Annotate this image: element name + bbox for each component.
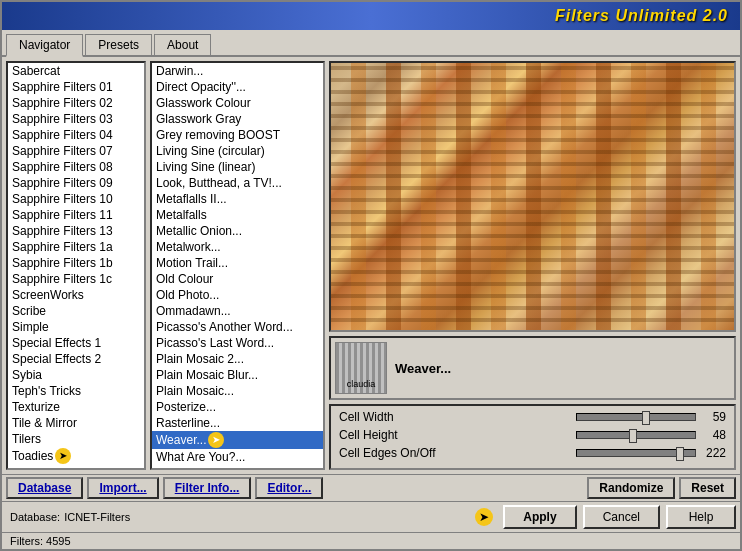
list-item[interactable]: Texturize	[8, 399, 144, 415]
list-item[interactable]: Plain Mosaic...	[152, 383, 323, 399]
list-item[interactable]: Posterize...	[152, 399, 323, 415]
title-bar: Filters Unlimited 2.0	[2, 2, 740, 30]
list-item[interactable]: Grey removing BOOST	[152, 127, 323, 143]
list-item[interactable]: What Are You?...	[152, 449, 323, 465]
item-label: Toadies	[12, 449, 53, 463]
randomize-button[interactable]: Randomize	[587, 477, 675, 499]
celledges-slider[interactable]	[576, 449, 696, 457]
list-item[interactable]: Sapphire Filters 1a	[8, 239, 144, 255]
list-item[interactable]: Ommadawn...	[152, 303, 323, 319]
arrow-icon: ➤	[208, 432, 224, 448]
param-value: 222	[696, 446, 726, 460]
list-item[interactable]: Metalfalls	[152, 207, 323, 223]
filters-count: 4595	[46, 535, 70, 547]
category-list[interactable]: Sabercat Sapphire Filters 01 Sapphire Fi…	[6, 61, 146, 470]
help-button[interactable]: Help	[666, 505, 736, 529]
list-item[interactable]: Sapphire Filters 13	[8, 223, 144, 239]
list-item[interactable]: Metalwork...	[152, 239, 323, 255]
list-item[interactable]: Old Photo...	[152, 287, 323, 303]
list-item[interactable]: Sapphire Filters 01	[8, 79, 144, 95]
list-item[interactable]: Sapphire Filters 03	[8, 111, 144, 127]
list-item[interactable]: Sapphire Filters 1c	[8, 271, 144, 287]
list-item[interactable]: Sapphire Filters 11	[8, 207, 144, 223]
list-item[interactable]: Special Effects 1	[8, 335, 144, 351]
database-button[interactable]: Database	[6, 477, 83, 499]
filter-list[interactable]: Darwin... Direct Opacity''... Glasswork …	[150, 61, 325, 470]
list-item[interactable]: Picasso's Last Word...	[152, 335, 323, 351]
list-item[interactable]: Tile & Mirror	[8, 415, 144, 431]
cellwidth-slider[interactable]	[576, 413, 696, 421]
preview-controls: claudia Weaver...	[329, 336, 736, 400]
tab-presets[interactable]: Presets	[85, 34, 152, 55]
list-item[interactable]: Darwin...	[152, 63, 323, 79]
list-item[interactable]: ScreenWorks	[8, 287, 144, 303]
filterinfo-button[interactable]: Filter Info...	[163, 477, 252, 499]
list-item[interactable]: Scribe	[8, 303, 144, 319]
list-item[interactable]: Old Colour	[152, 271, 323, 287]
list-item[interactable]: Plain Mosaic Blur...	[152, 367, 323, 383]
list-item[interactable]: Sybia	[8, 367, 144, 383]
list-item[interactable]: Special Effects 2	[8, 351, 144, 367]
apply-arrow-icon: ➤	[475, 508, 493, 526]
preview-image	[329, 61, 736, 332]
list-item[interactable]: Glasswork Colour	[152, 95, 323, 111]
list-item[interactable]: Motion Trail...	[152, 255, 323, 271]
list-item-toadies[interactable]: Toadies ➤	[8, 447, 144, 465]
apply-button[interactable]: Apply	[503, 505, 576, 529]
list-item[interactable]: Teph's Tricks	[8, 383, 144, 399]
import-button[interactable]: Import...	[87, 477, 158, 499]
list-item[interactable]: Direct Opacity''...	[152, 79, 323, 95]
list-item[interactable]: Picasso's Another Word...	[152, 319, 323, 335]
list-item[interactable]: Living Sine (circular)	[152, 143, 323, 159]
preview-thumbnail[interactable]: claudia	[335, 342, 387, 394]
list-item[interactable]: Sapphire Filters 07	[8, 143, 144, 159]
list-item[interactable]: Metaflalls II...	[152, 191, 323, 207]
cancel-button[interactable]: Cancel	[583, 505, 660, 529]
list-item[interactable]: Living Sine (linear)	[152, 159, 323, 175]
list-item[interactable]: Sapphire Filters 02	[8, 95, 144, 111]
param-row-cellheight: Cell Height 48	[339, 428, 726, 442]
param-label: Cell Edges On/Off	[339, 446, 576, 460]
param-value: 59	[696, 410, 726, 424]
tab-about[interactable]: About	[154, 34, 211, 55]
bottom-toolbar: Database Import... Filter Info... Editor…	[2, 474, 740, 501]
main-window: Filters Unlimited 2.0 Navigator Presets …	[0, 0, 742, 551]
status-bar: Filters: 4595	[2, 532, 740, 549]
filter-name-display: Weaver...	[395, 361, 451, 376]
reset-button[interactable]: Reset	[679, 477, 736, 499]
list-item[interactable]: Metallic Onion...	[152, 223, 323, 239]
list-item[interactable]: Tilers	[8, 431, 144, 447]
arrow-icon: ➤	[55, 448, 71, 464]
preview-panel: claudia Weaver... Cell Width 59 Cell Hei…	[329, 61, 736, 470]
param-row-celledges: Cell Edges On/Off 222	[339, 446, 726, 460]
db-value: ICNET-Filters	[64, 511, 130, 523]
list-item[interactable]: Sapphire Filters 10	[8, 191, 144, 207]
main-content: Sabercat Sapphire Filters 01 Sapphire Fi…	[2, 57, 740, 474]
list-item[interactable]: Simple	[8, 319, 144, 335]
db-label: Database:	[10, 511, 60, 523]
list-item-weaver[interactable]: Weaver... ➤	[152, 431, 323, 449]
list-item[interactable]: Look, Butthead, a TV!...	[152, 175, 323, 191]
list-item[interactable]: Glasswork Gray	[152, 111, 323, 127]
status-filters-label: Filters: 4595	[10, 535, 71, 547]
item-label: Weaver...	[156, 433, 206, 447]
list-item[interactable]: Sapphire Filters 08	[8, 159, 144, 175]
param-row-cellwidth: Cell Width 59	[339, 410, 726, 424]
param-value: 48	[696, 428, 726, 442]
thumb-label: claudia	[347, 379, 376, 389]
cellheight-slider[interactable]	[576, 431, 696, 439]
editor-button[interactable]: Editor...	[255, 477, 323, 499]
app-title: Filters Unlimited 2.0	[555, 7, 728, 25]
param-label: Cell Width	[339, 410, 576, 424]
list-item[interactable]: Rasterline...	[152, 415, 323, 431]
list-item[interactable]: Sapphire Filters 09	[8, 175, 144, 191]
params-panel: Cell Width 59 Cell Height 48 Cell Edges …	[329, 404, 736, 470]
list-item[interactable]: Sapphire Filters 1b	[8, 255, 144, 271]
list-item[interactable]: Sapphire Filters 04	[8, 127, 144, 143]
action-buttons-row: Database: ICNET-Filters ➤ Apply Cancel H…	[2, 501, 740, 532]
tab-bar: Navigator Presets About	[2, 30, 740, 57]
param-label: Cell Height	[339, 428, 576, 442]
tab-navigator[interactable]: Navigator	[6, 34, 83, 57]
list-item[interactable]: Plain Mosaic 2...	[152, 351, 323, 367]
list-item[interactable]: Sabercat	[8, 63, 144, 79]
